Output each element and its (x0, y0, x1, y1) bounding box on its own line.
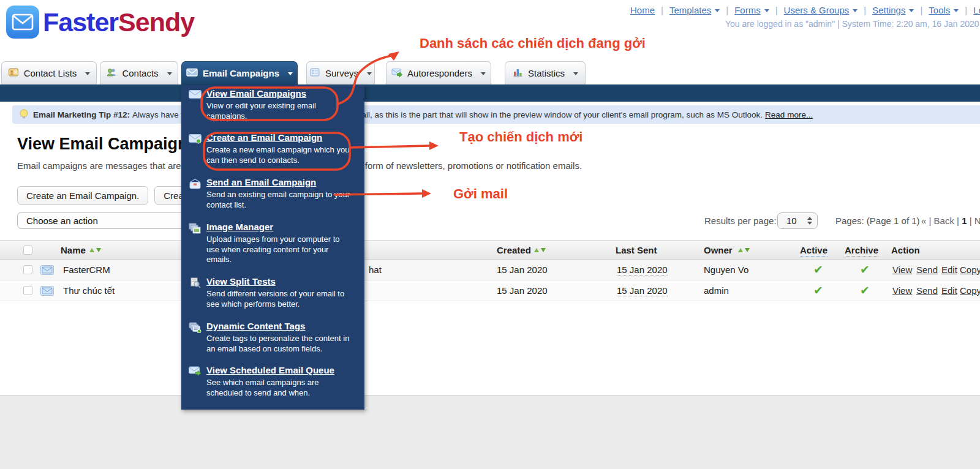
table-row: Thư chúc tết 15 Jan 2020 15 Jan 2020 adm… (0, 280, 980, 301)
sort-arrows-icon[interactable] (738, 248, 750, 252)
nav-divider: | (661, 5, 663, 15)
send-link[interactable]: Send (916, 285, 938, 296)
create-campaign-button[interactable]: Create an Email Campaign. (17, 186, 148, 204)
menu-item-dynamic-content-tags[interactable]: Dynamic Content TagsCreate tags to perso… (189, 321, 361, 354)
tab-contacts[interactable]: Contacts (100, 61, 178, 84)
lightbulb-icon (18, 108, 29, 121)
results-per-page-select[interactable]: 10 (777, 212, 818, 229)
nav-logout[interactable]: Logout (973, 5, 980, 15)
column-header-last-sent[interactable]: Last Sent (616, 245, 657, 255)
active-check-icon: ✔ (813, 283, 823, 298)
nav-tools[interactable]: Tools (929, 5, 959, 15)
campaign-text-fragment: hat (369, 265, 382, 275)
sort-arrows-icon[interactable] (534, 248, 546, 252)
brand-first: Faster (43, 7, 118, 37)
caret-down-icon (715, 9, 720, 12)
stepper-icon (807, 217, 812, 225)
campaign-name[interactable]: FasterCRM (63, 265, 110, 275)
choose-action-select[interactable]: Choose an action (17, 212, 190, 229)
nav-users-groups[interactable]: Users & Groups (784, 5, 858, 15)
view-link[interactable]: View (892, 265, 912, 275)
pagination[interactable]: « | Back | 1 | Next | » (921, 216, 980, 226)
menu-item-view-split-tests[interactable]: View Split TestsSend different versions … (189, 276, 361, 309)
campaign-envelope-icon (40, 286, 54, 298)
main-tab-bar: Contact Lists Contacts Email Campaigns S… (1, 61, 586, 84)
select-all-checkbox[interactable] (23, 246, 32, 255)
menu-item-view-email-campaigns[interactable]: View Email CampaignsView or edit your ex… (189, 88, 361, 121)
brand-second: Sendy (118, 7, 194, 37)
send-link[interactable]: Send (916, 265, 938, 275)
row-checkbox[interactable] (23, 286, 32, 295)
archive-check-icon: ✔ (860, 263, 870, 277)
sort-arrows-icon[interactable] (89, 248, 101, 252)
email-campaigns-dropdown: View Email CampaignsView or edit your ex… (181, 85, 364, 410)
tab-surveys[interactable]: Surveys (306, 61, 375, 84)
tab-autoresponders[interactable]: Autoresponders (386, 61, 491, 84)
caret-down-icon (853, 9, 858, 12)
table-header: Name Created Last Sent Owner Active Arch… (0, 240, 980, 260)
app-window: Powered by Faster Sendy FasterSendy Home… (0, 0, 980, 469)
caret-down-icon (573, 72, 578, 75)
caret-down-icon (909, 9, 914, 12)
caret-down-icon (764, 9, 769, 12)
last-sent-link[interactable]: 15 Jan 2020 (617, 265, 668, 276)
nav-home[interactable]: Home (630, 5, 655, 15)
column-header-created[interactable]: Created (497, 245, 531, 255)
edit-link[interactable]: Edit (941, 285, 957, 296)
nav-forms[interactable]: Forms (734, 5, 769, 15)
logo-envelope-icon (6, 6, 39, 39)
results-per-page-label: Results per page: (704, 216, 777, 226)
tip-lead: Email Marketing Tip #12: (33, 110, 130, 119)
tab-contact-lists[interactable]: Contact Lists (1, 61, 97, 84)
pages-label: Pages: (Page 1 of 1) (835, 216, 920, 226)
nav-divider: | (965, 5, 967, 15)
row-checkbox[interactable] (23, 265, 32, 274)
autoresponders-icon (391, 67, 402, 80)
split-tests-icon (189, 276, 202, 291)
column-header-owner[interactable]: Owner (704, 245, 733, 255)
caret-down-icon (85, 72, 90, 75)
view-link[interactable]: View (892, 285, 912, 296)
tab-statistics[interactable]: Statistics (505, 61, 586, 84)
created-date: 15 Jan 2020 (497, 265, 548, 275)
caret-down-icon (167, 72, 172, 75)
dynamic-tags-icon (189, 321, 202, 336)
column-header-name[interactable]: Name (61, 245, 86, 255)
caret-down-icon (288, 72, 293, 75)
owner-name: Nguyen Vo (704, 265, 748, 275)
nav-templates[interactable]: Templates (669, 5, 720, 15)
tip-read-more-link[interactable]: Read more... (765, 110, 813, 119)
archive-check-icon: ✔ (860, 283, 870, 298)
table-row: FasterCRM hat 15 Jan 2020 15 Jan 2020 Ng… (0, 260, 980, 280)
owner-name: admin (704, 285, 729, 296)
image-manager-icon (189, 222, 202, 236)
column-header-archive[interactable]: Archive (845, 245, 878, 257)
annotation-view-list: Danh sách các chiến dịch đang gởi (420, 36, 646, 51)
copy-link[interactable]: Copy (960, 285, 980, 296)
contacts-icon (106, 67, 117, 80)
annotation-send-mail: Gởi mail (453, 186, 508, 202)
menu-item-view-scheduled-email-queue[interactable]: View Scheduled Email QueueSee which emai… (189, 365, 361, 398)
campaign-name[interactable]: Thư chúc tết (63, 285, 115, 296)
statistics-icon (512, 67, 523, 80)
annotation-create-new: Tạo chiến dịch mới (459, 129, 582, 145)
menu-item-create-email-campaign[interactable]: Create an Email CampaignCreate a new ema… (189, 132, 361, 165)
top-nav: Home | Templates | Forms | Users & Group… (630, 5, 980, 15)
copy-link[interactable]: Copy (960, 265, 980, 275)
edit-link[interactable]: Edit (941, 265, 957, 275)
login-status: You are logged in as "admin" | System Ti… (725, 19, 979, 29)
caret-down-icon (954, 9, 959, 12)
tab-email-campaigns[interactable]: Email Campaigns (181, 61, 298, 84)
nav-settings[interactable]: Settings (872, 5, 914, 15)
column-header-active[interactable]: Active (800, 245, 827, 257)
footer-area: Powered by Faster Sendy (0, 395, 980, 469)
email-campaigns-icon (186, 67, 198, 79)
menu-item-image-manager[interactable]: Image ManagerUpload images from your com… (189, 222, 361, 265)
last-sent-link[interactable]: 15 Jan 2020 (617, 285, 668, 296)
tip-bar: Email Marketing Tip #12: Always have you… (12, 105, 980, 124)
caret-down-icon (367, 72, 372, 75)
menu-item-send-email-campaign[interactable]: Send an Email CampaignSend an existing e… (189, 177, 361, 210)
nav-divider: | (726, 5, 728, 15)
envelope-icon (189, 88, 202, 102)
column-header-action: Action (891, 245, 920, 255)
